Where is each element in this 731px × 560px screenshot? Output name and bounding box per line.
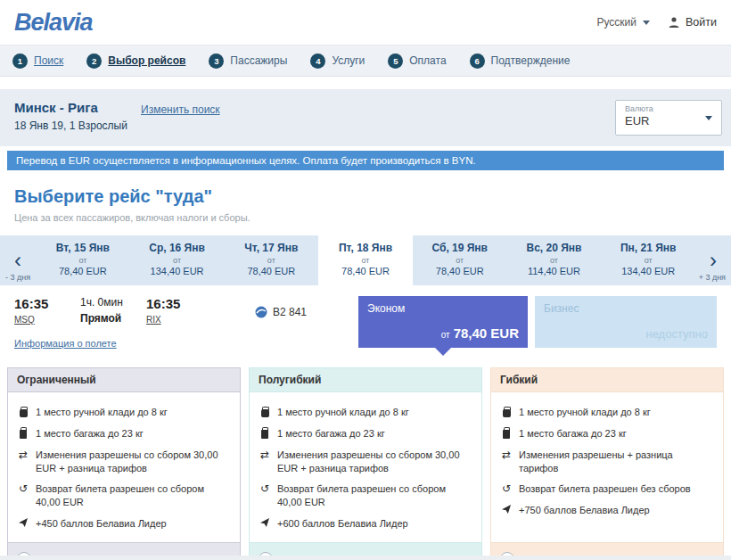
feature-miles: +600 баллов Белавиа Лидер	[259, 517, 472, 531]
feature-exchange: ⇄Изменения разрешены со сбором 30,00 EUR…	[259, 449, 472, 475]
step-number: 5	[388, 54, 403, 69]
chevron-down-icon	[643, 21, 650, 25]
from-label: от	[441, 330, 450, 340]
date-cell[interactable]: Вс, 20 Янв от 114,40 EUR	[507, 235, 602, 285]
step-label: Поиск	[34, 54, 63, 67]
date-cell[interactable]: Пн, 21 Янв от 134,40 EUR	[601, 235, 695, 285]
route-title: Минск - Рига	[14, 100, 717, 115]
fare-features: 1 место ручной клади до 8 кг 1 место баг…	[491, 392, 723, 542]
date-label: Сб, 19 Янв	[413, 242, 507, 254]
language-label: Русский	[596, 16, 637, 29]
feature-exchange: ⇄Изменения разрешены со сбором 30,00 EUR…	[17, 449, 231, 475]
miles-plane-icon	[17, 517, 29, 528]
flight-info-link[interactable]: Информация о полете	[14, 338, 117, 349]
feature-hand-luggage: 1 место ручной клади до 8 кг	[259, 406, 472, 419]
from-label: от	[318, 256, 413, 265]
language-selector[interactable]: Русский	[596, 16, 650, 29]
date-price: 78,40 EUR	[36, 266, 130, 276]
baggage-icon	[259, 427, 271, 439]
flight-number: B2 841	[273, 306, 307, 318]
date-price: 134,40 EUR	[601, 266, 695, 276]
fare-card-flexible: Гибкий 1 место ручной клади до 8 кг 1 ме…	[490, 367, 724, 560]
feature-text: Возврат билета разрешен без сборов	[519, 482, 691, 496]
feature-baggage: 1 место багажа до 23 кг	[500, 427, 714, 441]
business-cabin-button-disabled: Бизнес недоступно	[535, 296, 717, 348]
feature-refund: ↺Возврат билета разрешен без сборов	[500, 482, 714, 496]
economy-cabin-button[interactable]: Эконом от78,40 EUR	[358, 296, 528, 348]
arrival-airport-link[interactable]: RIX	[146, 315, 161, 325]
feature-miles: +750 баллов Белавиа Лидер	[500, 504, 714, 517]
feature-hand-luggage: 1 место ручной клади до 8 кг	[500, 406, 714, 419]
date-cell[interactable]: Ср, 16 Янв от 134,40 EUR	[130, 235, 225, 285]
hand-luggage-icon	[17, 406, 29, 417]
from-label: от	[413, 256, 507, 265]
step-label: Оплата	[409, 54, 446, 67]
date-cell[interactable]: Сб, 19 Янв от 78,40 EUR	[413, 235, 507, 285]
cabin-buttons: Эконом от78,40 EUR Бизнес недоступно	[358, 296, 717, 350]
step-services: 4 Услуги	[310, 54, 365, 69]
step-search[interactable]: 1 Поиск	[12, 54, 63, 69]
departure-airport-link[interactable]: MSQ	[14, 315, 35, 325]
top-right-controls: Русский Войти	[596, 16, 717, 29]
step-label: Пассажиры	[230, 54, 287, 67]
refund-icon: ↺	[17, 482, 29, 495]
fare-card-restricted: Ограниченный 1 место ручной клади до 8 к…	[7, 367, 241, 560]
login-button[interactable]: Войти	[668, 16, 717, 29]
page-bottom-strip	[0, 556, 731, 560]
section-head: Выберите рейс "туда" Цена за всех пассаж…	[0, 170, 731, 226]
economy-price: от78,40 EUR	[441, 325, 519, 341]
currency-select[interactable]: Валюта EUR	[615, 100, 722, 136]
shift-prev-label: - 3 дня	[5, 273, 30, 282]
date-label: Пт, 18 Янв	[318, 242, 413, 254]
date-price: 114,40 EUR	[507, 266, 602, 276]
flight-duration: 1ч. 0мин	[80, 296, 127, 309]
feature-text: Изменения разрешены + разница тарифов	[519, 449, 714, 475]
change-search-link[interactable]: Изменить поиск	[141, 103, 220, 116]
baggage-icon	[17, 427, 29, 439]
step-payment: 5 Оплата	[388, 54, 446, 69]
date-cell[interactable]: Вт, 15 Янв от 78,40 EUR	[36, 235, 130, 285]
feature-text: 1 место ручной клади до 8 кг	[519, 406, 651, 419]
refund-icon: ↺	[500, 482, 513, 495]
flight-details: 16:35 MSQ 1ч. 0мин Прямой 16:35 RIX B2 8…	[14, 296, 358, 350]
step-flight-selection[interactable]: 2 Выбор рейсов	[86, 54, 185, 69]
step-number: 4	[310, 54, 325, 69]
feature-text: +600 баллов Белавиа Лидер	[277, 517, 408, 531]
step-passengers: 3 Пассажиры	[209, 54, 287, 69]
feature-text: Изменения разрешены со сбором 30,00 EUR …	[36, 449, 231, 475]
flight-row: 16:35 MSQ 1ч. 0мин Прямой 16:35 RIX B2 8…	[0, 285, 731, 355]
feature-baggage: 1 место багажа до 23 кг	[259, 427, 472, 441]
search-details: 18 Янв 19, 1 Взрослый	[14, 119, 717, 132]
shift-next-label: + 3 дня	[699, 273, 726, 282]
currency-value: EUR	[625, 114, 712, 128]
hand-luggage-icon	[500, 406, 513, 417]
economy-label: Эконом	[367, 302, 519, 315]
baggage-icon	[500, 427, 513, 439]
feature-refund: ↺Возврат билета разрешен со сбором 40,00…	[259, 482, 472, 509]
feature-refund: ↺Возврат билета разрешен со сбором 40,00…	[17, 482, 231, 509]
date-cell-selected[interactable]: Пт, 18 Янв от 78,40 EUR	[318, 235, 413, 292]
miles-plane-icon	[259, 517, 271, 528]
date-label: Ср, 16 Янв	[130, 242, 225, 254]
hand-luggage-icon	[259, 406, 271, 417]
feature-miles: +450 баллов Белавиа Лидер	[17, 517, 231, 531]
from-label: от	[601, 256, 695, 265]
belavia-airline-icon	[255, 306, 267, 318]
exchange-icon: ⇄	[500, 449, 513, 461]
duration-block: 1ч. 0мин Прямой	[80, 296, 127, 325]
feature-text: 1 место ручной клади до 8 кг	[36, 406, 168, 419]
page-subtitle: Цена за всех пассажиров, включая налоги …	[14, 212, 717, 223]
feature-text: Изменения разрешены со сбором 30,00 EUR …	[277, 449, 472, 475]
step-number: 2	[86, 54, 102, 69]
feature-text: Возврат билета разрешен со сбором 40,00 …	[277, 482, 472, 509]
date-price: 78,40 EUR	[318, 266, 413, 276]
exchange-icon: ⇄	[259, 449, 271, 461]
date-cells: Вт, 15 Янв от 78,40 EUR Ср, 16 Янв от 13…	[36, 235, 695, 285]
economy-amount: 78,40 EUR	[454, 325, 519, 341]
step-label: Услуги	[332, 54, 365, 67]
date-label: Вт, 15 Янв	[36, 242, 130, 254]
feature-text: 1 место багажа до 23 кг	[36, 427, 144, 441]
date-cell[interactable]: Чт, 17 Янв от 78,40 EUR	[224, 235, 318, 285]
date-price: 78,40 EUR	[413, 266, 507, 276]
fare-name: Ограниченный	[8, 368, 240, 392]
